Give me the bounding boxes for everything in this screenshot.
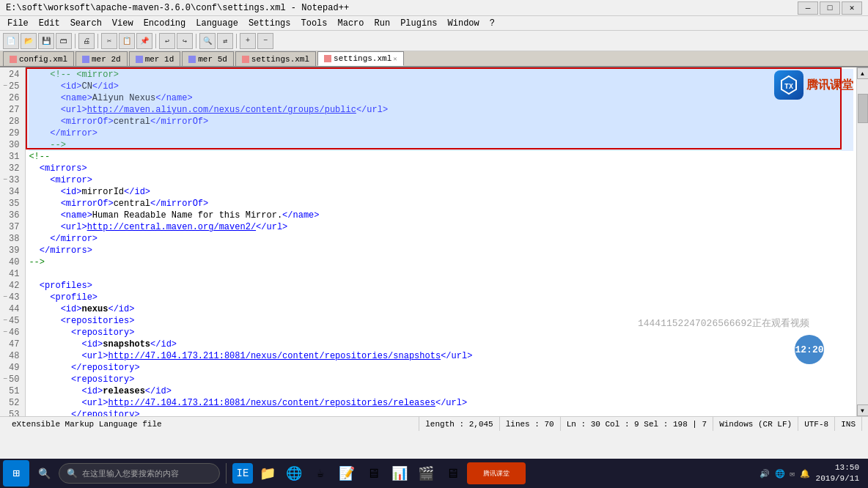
- tab-icon-settings2: [324, 55, 331, 62]
- code-line-24: <!-- <mirror>: [29, 69, 853, 81]
- menu-help[interactable]: ?: [485, 17, 499, 30]
- undo-button[interactable]: ↩: [159, 33, 175, 49]
- replace-button[interactable]: ⇄: [217, 33, 233, 49]
- scrollbar-vertical[interactable]: ▲ ▼: [856, 67, 868, 416]
- redo-button[interactable]: ↪: [177, 33, 193, 49]
- code-line-35: <mirrorOf>central</mirrorOf>: [29, 198, 853, 210]
- tencent-logo: TX 腾讯课堂: [774, 70, 853, 100]
- taskbar-icon-4[interactable]: ☕: [309, 462, 332, 485]
- taskbar-icon-9[interactable]: 🖥: [441, 462, 464, 485]
- tab-icon-mer2d: [82, 56, 89, 63]
- scroll-up-button[interactable]: ▲: [857, 67, 869, 79]
- status-file-type: eXtensible Markup Language file: [6, 417, 419, 431]
- paste-button[interactable]: 📌: [136, 33, 152, 49]
- taskbar-icon-7[interactable]: 📊: [388, 462, 411, 485]
- taskbar-icon-3[interactable]: 🌐: [282, 462, 306, 485]
- code-line-53: </repository>: [29, 409, 853, 416]
- open-button[interactable]: 📂: [21, 33, 37, 49]
- code-line-38: </mirror>: [29, 233, 853, 245]
- zoom-in-button[interactable]: +: [240, 33, 256, 49]
- close-button[interactable]: ✕: [842, 1, 862, 15]
- taskbar-search-icon[interactable]: 🔍: [32, 462, 56, 485]
- print-button[interactable]: 🖨: [78, 33, 95, 49]
- toolbar-sep-2: [98, 34, 98, 48]
- tab-mer-5d[interactable]: mer 5d: [182, 51, 234, 66]
- code-line-46: <repository>: [29, 327, 853, 339]
- tab-mer-2d[interactable]: mer 2d: [76, 51, 128, 66]
- cut-button[interactable]: ✂: [101, 33, 117, 49]
- status-line-ending: Windows (CR LF): [713, 417, 798, 431]
- code-line-49: </repository>: [29, 362, 853, 374]
- code-line-40: -->: [29, 256, 853, 268]
- menu-macro[interactable]: Macro: [334, 17, 369, 30]
- editor-container: 24 −25 26 27 28 29 30 31 32 −33 34 35 36…: [0, 67, 868, 416]
- tab-settings-xml-1[interactable]: settings.xml: [235, 51, 316, 66]
- code-line-47: <id>snapshots</id>: [29, 339, 853, 350]
- status-length: length : 2,045: [419, 417, 499, 431]
- zoom-out-button[interactable]: −: [257, 33, 273, 49]
- menu-edit[interactable]: Edit: [34, 17, 65, 30]
- code-line-50: <repository>: [29, 374, 853, 385]
- code-line-36: <name>Human Readable Name for this Mirro…: [29, 210, 853, 221]
- taskbar: ⊞ 🔍 🔍 在这里输入您要搜索的内容 IE 📁 🌐 ☕ 📝 🖥 📊 🎬 🖥 腾讯…: [0, 459, 868, 488]
- new-button[interactable]: 📄: [3, 33, 19, 49]
- tab-mer-1d[interactable]: mer 1d: [129, 51, 181, 66]
- code-line-27: <url>http://maven.aliyun.com/nexus/conte…: [29, 104, 853, 116]
- taskbar-icon-8[interactable]: 🎬: [414, 462, 438, 485]
- code-line-39: </mirrors>: [29, 245, 853, 256]
- taskbar-right: 🔊 🌐 ✉ 🔔 13:50 2019/9/11: [760, 462, 865, 485]
- taskbar-icon-6[interactable]: 🖥: [361, 462, 385, 485]
- code-line-42: <profiles>: [29, 280, 853, 292]
- code-line-31: <!--: [29, 151, 853, 163]
- find-button[interactable]: 🔍: [199, 33, 216, 49]
- tab-settings-xml-2[interactable]: settings.xml ✕: [317, 51, 404, 66]
- code-line-52: <url>http://47.104.173.211:8081/nexus/co…: [29, 397, 853, 409]
- code-line-45: <repositories>: [29, 315, 853, 327]
- scroll-down-button[interactable]: ▼: [857, 404, 869, 416]
- toolbar-sep-1: [75, 34, 76, 48]
- tab-config-xml[interactable]: config.xml: [3, 51, 74, 66]
- tab-icon-settings1: [242, 56, 249, 63]
- code-line-32: <mirrors>: [29, 163, 853, 174]
- status-lines: lines : 70: [500, 417, 561, 431]
- taskbar-icon-1[interactable]: IE: [232, 463, 253, 484]
- menu-run[interactable]: Run: [370, 17, 395, 30]
- copy-button[interactable]: 📋: [119, 33, 135, 49]
- menu-search[interactable]: Search: [66, 17, 106, 30]
- code-editor[interactable]: <!-- <mirror> <id>CN</id> <name>Aliyun N…: [26, 67, 856, 416]
- minimize-button[interactable]: —: [798, 1, 818, 15]
- taskbar-icon-2[interactable]: 📁: [256, 462, 279, 485]
- window-controls: — □ ✕: [798, 1, 862, 15]
- taskbar-search-placeholder: 在这里输入您要搜索的内容: [82, 468, 179, 479]
- menu-settings[interactable]: Settings: [244, 17, 295, 30]
- menu-bar: File Edit Search View Encoding Language …: [0, 16, 868, 31]
- status-position: Ln : 30 Col : 9 Sel : 198 | 7: [561, 417, 713, 431]
- taskbar-search-box[interactable]: 🔍 在这里输入您要搜索的内容: [59, 463, 220, 484]
- menu-window[interactable]: Window: [444, 17, 484, 30]
- menu-file[interactable]: File: [3, 17, 33, 30]
- tab-icon-mer1d: [136, 56, 143, 63]
- taskbar-date: 2019/9/11: [816, 473, 859, 484]
- menu-tools[interactable]: Tools: [296, 17, 331, 30]
- menu-encoding[interactable]: Encoding: [139, 17, 191, 30]
- code-line-44: <id>nexus</id>: [29, 303, 853, 315]
- svg-text:TX: TX: [784, 83, 793, 91]
- scroll-track[interactable]: [857, 79, 868, 404]
- save-all-button[interactable]: 🗃: [56, 33, 72, 49]
- tab-close-btn[interactable]: ✕: [393, 55, 397, 63]
- maximize-button[interactable]: □: [820, 1, 840, 15]
- toolbar: 📄 📂 💾 🗃 🖨 ✂ 📋 📌 ↩ ↪ 🔍 ⇄ + −: [0, 31, 868, 51]
- start-button[interactable]: ⊞: [3, 460, 29, 487]
- tencent-icon: TX: [774, 70, 803, 100]
- menu-plugins[interactable]: Plugins: [396, 17, 441, 30]
- menu-language[interactable]: Language: [191, 17, 243, 30]
- code-line-41: [29, 268, 853, 280]
- code-line-34: <id>mirrorId</id>: [29, 186, 853, 198]
- menu-view[interactable]: View: [108, 17, 138, 30]
- scroll-thumb[interactable]: [858, 94, 868, 123]
- time-badge: 12:20: [795, 335, 824, 364]
- save-button[interactable]: 💾: [38, 33, 54, 49]
- taskbar-notification[interactable]: 腾讯课堂: [467, 462, 526, 484]
- taskbar-icon-5[interactable]: 📝: [335, 462, 358, 485]
- title-text: E:\soft\worksoft\apache-maven-3.6.0\conf…: [6, 3, 349, 13]
